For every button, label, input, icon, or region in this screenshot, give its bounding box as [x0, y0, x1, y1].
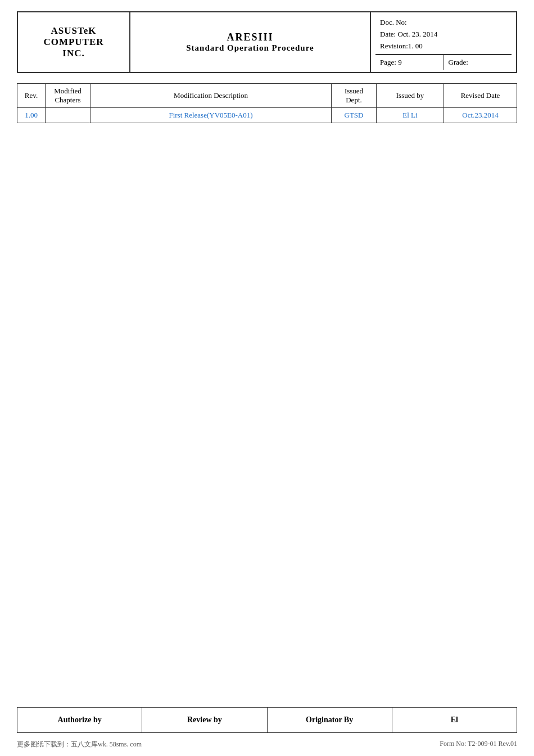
- doc-title: ARESIII: [135, 32, 365, 43]
- issued-by-cell: El Li: [377, 108, 444, 123]
- review-by-label: Review by: [187, 716, 222, 724]
- header-modified-chapters: Modified Chapters: [46, 84, 90, 108]
- rev-cell: 1.00: [17, 108, 46, 123]
- originator-by-cell: Originator By: [267, 708, 392, 733]
- doc-revision: Revision:1. 00: [380, 40, 507, 52]
- header-doc-info: Doc. No: Date: Oct. 23. 2014 Revision:1.…: [375, 15, 512, 55]
- revised-date-cell: Oct.23.2014: [444, 108, 517, 123]
- header-table: ASUSTeK COMPUTER INC. ARESIII Standard O…: [17, 11, 517, 73]
- revision-section: Rev. Modified Chapters Modification Desc…: [17, 83, 517, 123]
- issued-dept-cell: GTSD: [332, 108, 377, 123]
- footer-section: Authorize by Review by Originator By El: [17, 701, 517, 733]
- header-issued-dept: Issued Dept.: [332, 84, 377, 108]
- header-page-grade: Page: 9 Grade:: [375, 55, 512, 70]
- page-number: Page: 9: [375, 55, 444, 70]
- authorize-by-label: Authorize by: [58, 716, 102, 724]
- authorize-by-cell: Authorize by: [17, 708, 142, 733]
- desc-cell: First Release(YV05E0-A01): [90, 108, 332, 123]
- el-label: El: [451, 716, 458, 724]
- footer-table: Authorize by Review by Originator By El: [17, 707, 517, 733]
- el-cell: El: [392, 708, 517, 733]
- originator-by-label: Originator By: [306, 716, 353, 724]
- bottom-left-text: 更多图纸下载到：五八文库wk. 58sms. com: [17, 740, 142, 749]
- header-revised-date: Revised Date: [444, 84, 517, 108]
- header-modification-description: Modification Description: [90, 84, 332, 108]
- review-by-cell: Review by: [142, 708, 267, 733]
- revision-table: Rev. Modified Chapters Modification Desc…: [17, 83, 517, 123]
- grade: Grade:: [444, 55, 512, 70]
- header-rev: Rev.: [17, 84, 46, 108]
- page: ASUSTeK COMPUTER INC. ARESIII Standard O…: [0, 0, 534, 756]
- doc-subtitle: Standard Operation Procedure: [135, 43, 365, 53]
- bottom-right-text: Form No: T2-009-01 Rev.01: [440, 740, 517, 749]
- bottom-bar: 更多图纸下载到：五八文库wk. 58sms. com Form No: T2-0…: [17, 736, 517, 750]
- doc-no: Doc. No:: [380, 17, 507, 29]
- table-row: 1.00First Release(YV05E0-A01)GTSDEl LiOc…: [17, 108, 517, 123]
- modified-chapters-cell: [46, 108, 90, 123]
- main-content: [17, 123, 517, 701]
- header-info-cell: Doc. No: Date: Oct. 23. 2014 Revision:1.…: [370, 12, 517, 73]
- header-issued-by: Issued by: [377, 84, 444, 108]
- document-title-cell: ARESIII Standard Operation Procedure: [130, 12, 370, 73]
- company-name: ASUSTeK COMPUTER INC.: [17, 12, 130, 73]
- doc-date: Date: Oct. 23. 2014: [380, 29, 507, 40]
